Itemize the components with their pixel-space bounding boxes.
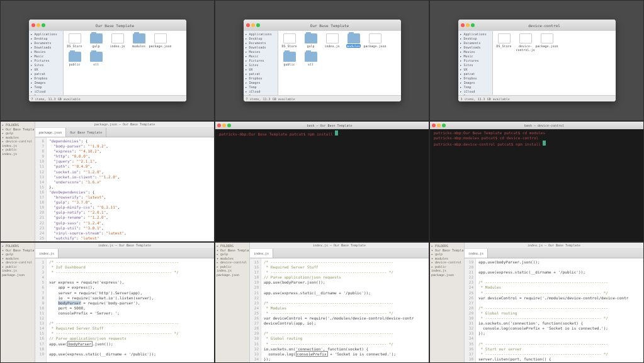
sidebar-item[interactable]: ▸ Desktop: [245, 37, 276, 41]
file-item[interactable]: DS_Store: [495, 33, 513, 52]
sidebar-item[interactable]: ▸ iCloud: [30, 89, 62, 94]
minimize-icon[interactable]: [251, 23, 255, 27]
sidebar-item[interactable]: ▸ patcat: [30, 72, 62, 76]
zoom-icon[interactable]: [471, 23, 475, 27]
sidebar-item[interactable]: ▸ Applications: [245, 32, 276, 37]
finder-sidebar[interactable]: ▸ Applications▸ Desktop▸ Documents▸ Down…: [244, 31, 278, 95]
terminal[interactable]: bash — Our Base Template patricks-mbp:Ou…: [215, 122, 429, 241]
tree-item[interactable]: package.json: [431, 273, 463, 277]
editor-tabs[interactable]: package.jsonOur Base Template: [35, 128, 214, 137]
editor-sidebar[interactable]: ▸ FOLDERS▾ Our Base Template ▸ gulp ▾ mo…: [430, 243, 465, 362]
editor-sidebar[interactable]: ▸ FOLDERS▾ Our Base Template ▸ gulp ▾ mo…: [1, 243, 35, 362]
file-item[interactable]: index.js: [109, 33, 127, 48]
sidebar-item[interactable]: ▸ Pictures: [245, 59, 276, 63]
sidebar-item[interactable]: ▸ Music: [460, 54, 491, 59]
sidebar-item[interactable]: ▸ Temp: [460, 85, 491, 89]
editor-tabs[interactable]: index.js: [250, 249, 429, 258]
file-item[interactable]: gulp: [302, 33, 320, 48]
code-area[interactable]: 1920212223242526272829303132333435363738…: [465, 258, 643, 362]
sidebar-item[interactable]: ▸ Desktop: [30, 37, 62, 41]
minimize-icon[interactable]: [37, 23, 40, 27]
sidebar-item[interactable]: ▸ Movies: [30, 50, 62, 54]
zoom-icon[interactable]: [256, 23, 260, 27]
sidebar-item[interactable]: ▸ Documents: [460, 41, 491, 45]
file-item[interactable]: index.js: [324, 33, 341, 48]
sidebar-item[interactable]: ▸ Sites: [245, 63, 276, 67]
code-body[interactable]: /* -------------------------------------…: [261, 258, 429, 362]
finder-file-grid[interactable]: DS_Storedevice-control.jspackage.json: [493, 31, 616, 95]
close-icon[interactable]: [432, 124, 436, 127]
tree-item[interactable]: ▸ device-control: [2, 139, 33, 144]
tab-file[interactable]: package.json: [35, 128, 66, 137]
zoom-icon[interactable]: [442, 124, 446, 127]
file-item[interactable]: package.json: [538, 33, 556, 52]
file-item[interactable]: modules: [130, 33, 148, 48]
file-item[interactable]: device-control.js: [517, 33, 534, 52]
sidebar-item[interactable]: ▸ Dropbox: [460, 76, 491, 81]
editor-tabs[interactable]: index.js: [465, 249, 643, 258]
sidebar-item[interactable]: ▸ iCloud: [460, 89, 491, 94]
sidebar-item[interactable]: ▸ Temp: [245, 85, 276, 89]
sidebar-item[interactable]: ▸ Images: [30, 81, 62, 85]
minimize-icon[interactable]: [437, 124, 441, 127]
sidebar-item[interactable]: ▸ UX: [245, 67, 276, 72]
code-body[interactable]: app.use(bodyParser.json()); app.use(expr…: [476, 258, 643, 362]
file-item[interactable]: public: [66, 52, 84, 66]
finder-file-grid[interactable]: DS_Storegulpindex.jsmodulespackage.jsonp…: [278, 31, 401, 95]
sidebar-item[interactable]: ▸ UX: [460, 67, 491, 72]
minimize-icon[interactable]: [466, 23, 470, 27]
sidebar-item[interactable]: ▸ Downloads: [30, 45, 62, 50]
sidebar-item[interactable]: ▸ patcat: [460, 72, 491, 76]
zoom-icon[interactable]: [227, 124, 231, 127]
file-item[interactable]: package.json: [152, 33, 169, 48]
finder-file-grid[interactable]: DS_Storegulpindex.jsmodulespackage.jsonp…: [64, 31, 186, 95]
file-item[interactable]: sll: [302, 52, 320, 66]
code-body[interactable]: /* -------------------------------------…: [47, 258, 214, 362]
code-area[interactable]: 1516171819202122232425262728293031323334…: [250, 258, 429, 362]
sidebar-item[interactable]: ▸ Desktop: [460, 37, 491, 41]
finder-window[interactable]: device-control ▸ Applications▸ Desktop▸ …: [458, 20, 616, 101]
tree-item[interactable]: package.json: [217, 273, 248, 277]
finder-sidebar[interactable]: ▸ Applications▸ Desktop▸ Documents▸ Down…: [458, 31, 493, 95]
sidebar-item[interactable]: ▸ Applications: [460, 32, 491, 37]
tab-file[interactable]: index.js: [35, 249, 59, 258]
sidebar-item[interactable]: ▸ Images: [245, 81, 276, 85]
sidebar-item[interactable]: ▸ Applications: [30, 32, 62, 37]
sidebar-item[interactable]: ▸ Downloads: [460, 45, 491, 50]
sidebar-item[interactable]: ▸ iCloud: [245, 89, 276, 94]
close-icon[interactable]: [461, 23, 465, 27]
finder-window[interactable]: Our Base Template ▸ Applications▸ Deskto…: [244, 20, 401, 101]
tree-item[interactable]: package.json: [2, 273, 33, 277]
file-item[interactable]: gulp: [88, 33, 105, 48]
tree-item[interactable]: ▸ device-control: [2, 260, 33, 265]
close-icon[interactable]: [217, 124, 221, 127]
finder-window[interactable]: Our Base Template ▸ Applications▸ Deskto…: [29, 20, 186, 101]
editor-sidebar[interactable]: ▸ FOLDERS▾ Our Base Template ▸ gulp ▾ mo…: [215, 243, 250, 362]
sidebar-item[interactable]: ▸ Images: [460, 81, 491, 85]
tree-item[interactable]: ▸ device-control: [431, 260, 463, 265]
sidebar-item[interactable]: ▸ Pictures: [30, 59, 62, 63]
tree-item[interactable]: index.js: [2, 152, 33, 156]
sidebar-item[interactable]: ▸ Dropbox: [30, 76, 62, 81]
close-icon[interactable]: [246, 23, 250, 27]
tab-file[interactable]: Our Base Template: [66, 128, 106, 137]
file-item[interactable]: modules: [345, 33, 363, 48]
file-item[interactable]: public: [281, 52, 298, 66]
sidebar-item[interactable]: ▸ Music: [245, 54, 276, 59]
sidebar-item[interactable]: ▸ Downloads: [245, 45, 276, 50]
sidebar-item[interactable]: ▸ Sites: [30, 63, 62, 67]
code-area[interactable]: 12345678910111213141516171819/* --------…: [35, 258, 214, 362]
zoom-icon[interactable]: [42, 23, 45, 27]
sidebar-item[interactable]: ▸ Music: [30, 54, 62, 59]
terminal[interactable]: bash — device-control patricks-mbp:Our B…: [430, 122, 643, 241]
tab-file[interactable]: index.js: [250, 249, 273, 258]
file-item[interactable]: sll: [88, 52, 105, 66]
file-item[interactable]: DS_Store: [66, 33, 84, 48]
minimize-icon[interactable]: [222, 124, 226, 127]
finder-sidebar[interactable]: ▸ Applications▸ Desktop▸ Documents▸ Down…: [29, 31, 64, 95]
close-icon[interactable]: [31, 23, 35, 27]
tab-file[interactable]: index.js: [465, 249, 488, 258]
code-area[interactable]: 67891011121314151617181920212223242526"d…: [35, 137, 214, 241]
sidebar-item[interactable]: ▸ patcat: [245, 72, 276, 76]
file-item[interactable]: package.json: [366, 33, 384, 48]
